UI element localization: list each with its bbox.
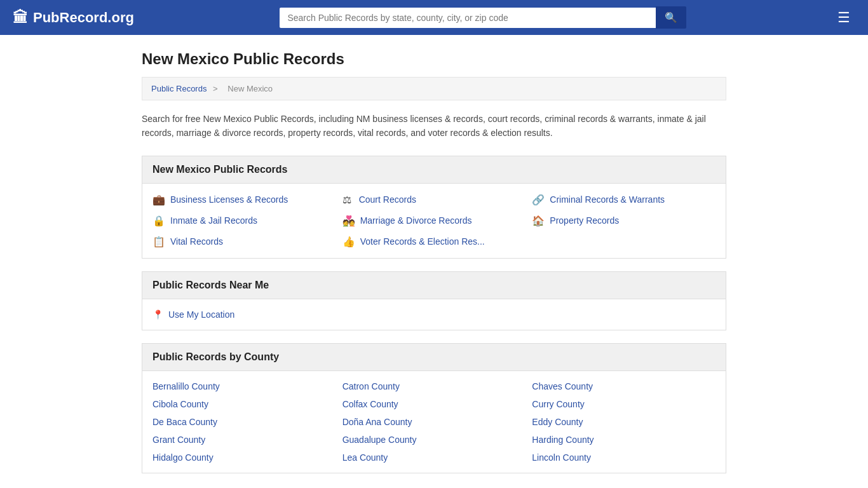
record-item[interactable]: 💼Business Licenses & Records bbox=[153, 194, 336, 206]
record-label: Marriage & Divorce Records bbox=[360, 215, 472, 226]
county-item[interactable]: Curry County bbox=[532, 399, 715, 409]
record-label: Property Records bbox=[550, 215, 619, 226]
breadcrumb-separator: > bbox=[213, 84, 218, 93]
record-icon: 🔒 bbox=[153, 215, 165, 227]
county-section-header: Public Records by County bbox=[142, 344, 726, 371]
records-section-body: 💼Business Licenses & Records⚖Court Recor… bbox=[142, 184, 726, 258]
record-item[interactable]: ⚖Court Records bbox=[342, 194, 526, 206]
county-item[interactable]: Lincoln County bbox=[532, 452, 715, 463]
county-item[interactable]: Cibola County bbox=[153, 399, 336, 409]
record-label: Court Records bbox=[359, 194, 416, 205]
county-section: Public Records by County Bernalillo Coun… bbox=[142, 343, 726, 473]
hamburger-icon: ☰ bbox=[837, 10, 850, 25]
record-icon: 📋 bbox=[153, 236, 165, 248]
breadcrumb: Public Records > New Mexico bbox=[142, 77, 726, 100]
county-item[interactable]: Lea County bbox=[342, 452, 526, 463]
county-item[interactable]: Catron County bbox=[342, 381, 526, 391]
county-section-body: Bernalillo CountyCatron CountyChaves Cou… bbox=[142, 371, 726, 473]
page-description: Search for free New Mexico Public Record… bbox=[142, 112, 726, 140]
logo-icon: 🏛 bbox=[13, 9, 28, 27]
county-item[interactable]: Harding County bbox=[532, 435, 715, 445]
record-item[interactable]: 👍Voter Records & Election Res... bbox=[342, 236, 526, 248]
records-section: New Mexico Public Records 💼Business Lice… bbox=[142, 156, 726, 259]
page-title: New Mexico Public Records bbox=[142, 50, 726, 68]
near-me-section: Public Records Near Me 📍 Use My Location bbox=[142, 271, 726, 330]
county-item[interactable]: De Baca County bbox=[153, 417, 336, 427]
county-item[interactable]: Doña Ana County bbox=[342, 417, 526, 427]
record-icon: 🏠 bbox=[532, 215, 545, 227]
record-item[interactable]: 📋Vital Records bbox=[153, 236, 336, 248]
county-item[interactable]: Hidalgo County bbox=[153, 452, 336, 463]
record-item[interactable]: 🔗Criminal Records & Warrants bbox=[532, 194, 715, 206]
search-icon: 🔍 bbox=[665, 12, 677, 23]
records-grid: 💼Business Licenses & Records⚖Court Recor… bbox=[153, 194, 715, 248]
record-label: Vital Records bbox=[170, 236, 223, 247]
record-icon: ⚖ bbox=[342, 194, 354, 206]
record-item[interactable]: 🔒Inmate & Jail Records bbox=[153, 215, 336, 227]
site-logo[interactable]: 🏛 PubRecord.org bbox=[13, 9, 134, 27]
search-button[interactable]: 🔍 bbox=[656, 6, 686, 29]
near-me-header: Public Records Near Me bbox=[142, 272, 726, 299]
county-item[interactable]: Eddy County bbox=[532, 417, 715, 427]
record-label: Criminal Records & Warrants bbox=[550, 194, 665, 205]
search-input[interactable] bbox=[280, 8, 656, 28]
main-content: New Mexico Public Records Public Records… bbox=[129, 35, 739, 488]
county-item[interactable]: Colfax County bbox=[342, 399, 526, 409]
search-bar: 🔍 bbox=[280, 6, 686, 29]
record-label: Business Licenses & Records bbox=[170, 194, 288, 205]
record-icon: 💑 bbox=[342, 215, 355, 227]
record-icon: 🔗 bbox=[532, 194, 545, 206]
record-icon: 👍 bbox=[342, 236, 355, 248]
record-label: Voter Records & Election Res... bbox=[360, 236, 485, 247]
county-item[interactable]: Guadalupe County bbox=[342, 435, 526, 445]
record-label: Inmate & Jail Records bbox=[170, 215, 257, 226]
county-grid: Bernalillo CountyCatron CountyChaves Cou… bbox=[153, 381, 715, 463]
location-label[interactable]: Use My Location bbox=[168, 309, 234, 320]
logo-text: PubRecord.org bbox=[33, 10, 134, 26]
near-me-body: 📍 Use My Location bbox=[142, 299, 726, 330]
county-item[interactable]: Grant County bbox=[153, 435, 336, 445]
record-icon: 💼 bbox=[153, 194, 165, 206]
county-item[interactable]: Chaves County bbox=[532, 381, 715, 391]
county-item[interactable]: Bernalillo County bbox=[153, 381, 336, 391]
record-item[interactable]: 🏠Property Records bbox=[532, 215, 715, 227]
breadcrumb-root-link[interactable]: Public Records bbox=[151, 84, 207, 93]
use-my-location[interactable]: 📍 Use My Location bbox=[153, 309, 715, 320]
record-item[interactable]: 💑Marriage & Divorce Records bbox=[342, 215, 526, 227]
records-section-header: New Mexico Public Records bbox=[142, 156, 726, 184]
location-icon: 📍 bbox=[153, 309, 163, 320]
menu-button[interactable]: ☰ bbox=[832, 7, 855, 29]
breadcrumb-current: New Mexico bbox=[227, 84, 273, 93]
